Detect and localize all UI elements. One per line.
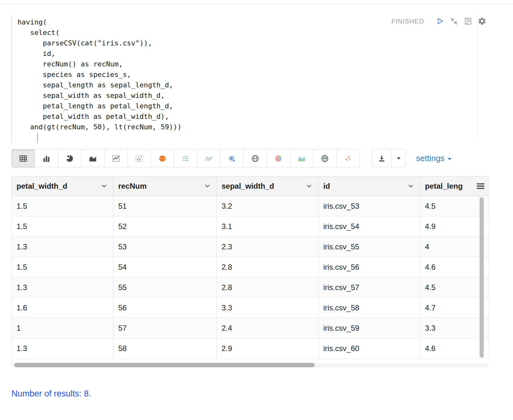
column-header-label: sepal_width_d <box>222 182 274 190</box>
table-row: 1.6563.3iris.csv_584.7 <box>12 298 489 318</box>
code-editor[interactable]: having( select( parseCSV(cat("iris.csv")… <box>11 15 478 143</box>
table-cell[interactable]: 3.3 <box>217 298 318 318</box>
settings-link[interactable]: settings <box>416 153 452 163</box>
table-row: 1.3582.9iris.csv_604.6 <box>12 338 489 359</box>
download-button-group <box>372 149 406 167</box>
dot-matrix-viz-button[interactable] <box>174 149 197 167</box>
horizontal-scrollbar-track[interactable] <box>11 363 488 367</box>
chevron-down-icon[interactable] <box>408 184 414 188</box>
line-chart-button[interactable] <box>104 149 128 167</box>
column-header-sepal_width_d[interactable]: sepal_width_d <box>217 176 318 196</box>
column-header-label: id <box>323 182 330 190</box>
table-cell[interactable]: 55 <box>113 277 217 298</box>
table-cell[interactable]: 4 <box>420 237 489 257</box>
table-cell[interactable]: 1.3 <box>12 237 113 257</box>
viz-button-group <box>11 149 360 167</box>
settings-caret-icon <box>448 157 452 160</box>
table-icon <box>19 154 28 163</box>
globe-alt-viz-button[interactable] <box>313 149 337 167</box>
settings-label: settings <box>416 153 445 163</box>
globe2-icon <box>320 154 329 163</box>
table-cell[interactable]: iris.csv_58 <box>318 298 420 318</box>
table-cell[interactable]: 52 <box>113 216 217 237</box>
table-cell[interactable]: 58 <box>113 338 217 359</box>
area-chart-icon <box>88 154 97 163</box>
table-cell[interactable]: 1.5 <box>12 257 113 277</box>
table-cell[interactable]: 4.7 <box>420 298 489 318</box>
table-cell[interactable]: 1.5 <box>12 216 113 237</box>
globe-icon <box>251 154 260 163</box>
chevron-down-icon[interactable] <box>205 184 210 188</box>
table-cell[interactable]: 4.6 <box>420 338 489 359</box>
table-cell[interactable]: 56 <box>113 298 217 318</box>
table-cell[interactable]: iris.csv_54 <box>318 216 420 237</box>
color-pie-viz-button[interactable] <box>267 149 290 167</box>
table-cell[interactable]: 1.6 <box>12 298 113 318</box>
area-chart-button[interactable] <box>81 149 105 167</box>
vertical-scrollbar[interactable] <box>480 197 484 358</box>
table-cell[interactable]: 57 <box>113 318 217 338</box>
table-cell[interactable]: 4.9 <box>420 216 489 237</box>
table-cell[interactable]: iris.csv_60 <box>318 338 420 359</box>
table-cell[interactable]: 2.4 <box>217 318 318 338</box>
column-header-label: petal_leng <box>425 182 463 190</box>
table-cell[interactable]: 51 <box>113 196 217 216</box>
table-cell[interactable]: 1.3 <box>12 338 113 359</box>
table-cell[interactable]: 1 <box>12 318 113 338</box>
table-cell[interactable]: 1.5 <box>12 196 113 216</box>
download-button[interactable] <box>372 149 392 167</box>
dot-grid-icon <box>181 154 190 163</box>
table-body: 1.5513.2iris.csv_534.51.5523.1iris.csv_5… <box>12 196 489 359</box>
table-cell[interactable]: 2.8 <box>217 277 318 298</box>
collapse-output-icon[interactable] <box>450 17 458 25</box>
table-cell[interactable]: 53 <box>113 237 217 257</box>
scatter-chart-button[interactable] <box>127 149 151 167</box>
scatter-chart-icon <box>135 154 144 163</box>
table-cell[interactable]: 4.6 <box>420 257 489 277</box>
bar-chart-button[interactable] <box>35 149 58 167</box>
table-cell[interactable]: iris.csv_59 <box>318 318 420 338</box>
table-menu-icon[interactable] <box>477 183 484 189</box>
text-cursor <box>37 133 38 143</box>
results-table-container: petal_width_drecNumsepal_width_didpetal_… <box>11 176 488 359</box>
show-editor-icon[interactable] <box>464 17 472 25</box>
table-cell[interactable]: 4.5 <box>420 277 489 298</box>
run-icon[interactable] <box>436 17 444 25</box>
table-cell[interactable]: iris.csv_53 <box>318 196 420 216</box>
heatmap-viz-button[interactable] <box>220 149 244 167</box>
column-header-petal_leng[interactable]: petal_leng <box>420 176 489 196</box>
multi-line-chart-icon <box>204 154 213 163</box>
column-header-petal_width_d[interactable]: petal_width_d <box>12 176 113 196</box>
download-dropdown-button[interactable] <box>391 149 406 167</box>
horizontal-scrollbar-thumb[interactable] <box>14 363 315 367</box>
table-row: 1.3532.3iris.csv_554 <box>12 237 489 257</box>
pie-chart-button[interactable] <box>58 149 81 167</box>
chevron-down-icon[interactable] <box>101 184 107 188</box>
column-header-label: recNum <box>118 182 147 190</box>
column-header-id[interactable]: id <box>318 176 420 196</box>
gear-icon[interactable] <box>478 17 486 25</box>
table-cell[interactable]: iris.csv_57 <box>318 277 420 298</box>
color-scatter-viz-button[interactable] <box>336 149 360 167</box>
table-cell[interactable]: 1.3 <box>12 277 113 298</box>
bar-chart-icon <box>42 154 51 163</box>
table-cell[interactable]: 3.1 <box>217 216 318 237</box>
column-header-recNum[interactable]: recNum <box>113 176 217 196</box>
pie-chart-icon <box>65 154 74 163</box>
table-cell[interactable]: iris.csv_56 <box>318 257 420 277</box>
map-viz-button[interactable] <box>151 149 174 167</box>
color-area-viz-button[interactable] <box>290 149 313 167</box>
globe-viz-button[interactable] <box>243 149 267 167</box>
table-view-button[interactable] <box>11 149 35 167</box>
table-cell[interactable]: 2.9 <box>217 338 318 359</box>
table-cell[interactable]: 3.2 <box>217 196 318 216</box>
table-cell[interactable]: 2.3 <box>217 237 318 257</box>
chevron-down-icon[interactable] <box>306 184 312 188</box>
table-cell[interactable]: iris.csv_55 <box>318 237 420 257</box>
table-cell[interactable]: 3.3 <box>420 318 489 338</box>
heatmap-icon <box>228 154 236 163</box>
table-cell[interactable]: 4.5 <box>420 196 489 216</box>
table-cell[interactable]: 2.8 <box>217 257 318 277</box>
table-cell[interactable]: 54 <box>113 257 217 277</box>
multi-line-viz-button[interactable] <box>197 149 221 167</box>
